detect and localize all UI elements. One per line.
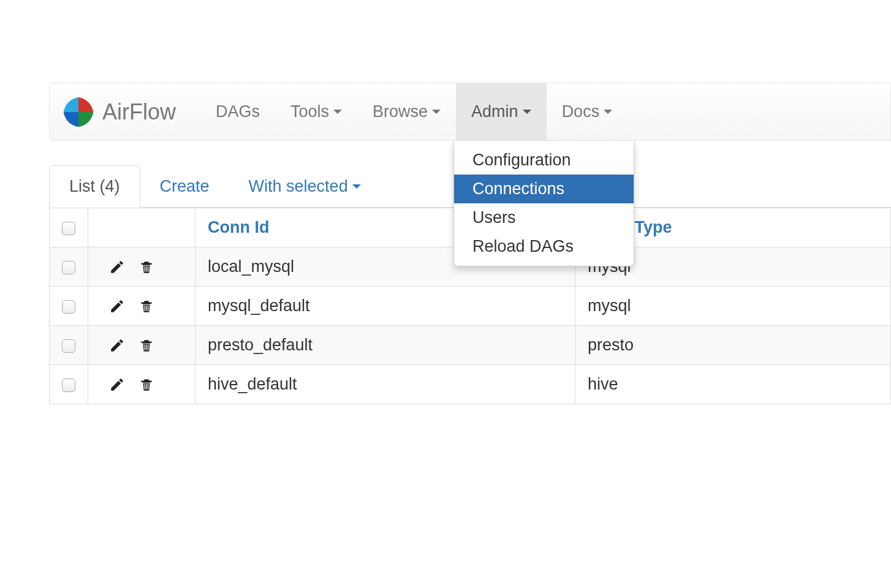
admin-menu-reload-dags[interactable]: Reload DAGs bbox=[454, 232, 634, 261]
brand-text: AirFlow bbox=[102, 99, 176, 125]
cell-conn-type: hive bbox=[575, 365, 891, 404]
row-checkbox[interactable] bbox=[62, 339, 75, 353]
edit-icon[interactable] bbox=[109, 259, 125, 275]
tab-list[interactable]: List (4) bbox=[49, 165, 140, 208]
nav-tools-label: Tools bbox=[290, 102, 329, 121]
cell-conn-type: mysql bbox=[575, 287, 891, 326]
row-checkbox[interactable] bbox=[62, 379, 75, 392]
airflow-logo-icon bbox=[61, 94, 96, 130]
navbar: AirFlow DAGs Tools Browse Admin Docs bbox=[49, 83, 891, 141]
caret-down-icon bbox=[523, 110, 531, 114]
nav-tools[interactable]: Tools bbox=[275, 83, 357, 140]
table-row: hive_defaulthive bbox=[50, 365, 891, 404]
nav-docs-label: Docs bbox=[562, 102, 600, 121]
admin-dropdown: Configuration Connections Users Reload D… bbox=[453, 141, 634, 266]
cell-conn-id: presto_default bbox=[195, 326, 575, 365]
nav-browse[interactable]: Browse bbox=[357, 83, 456, 140]
nav-admin-label: Admin bbox=[471, 102, 518, 121]
header-select-all bbox=[50, 208, 88, 247]
edit-icon[interactable] bbox=[109, 298, 125, 314]
caret-down-icon bbox=[333, 110, 342, 114]
delete-icon[interactable] bbox=[138, 337, 154, 353]
admin-menu-configuration[interactable]: Configuration bbox=[454, 146, 634, 175]
nav-browse-label: Browse bbox=[373, 102, 428, 121]
nav-docs[interactable]: Docs bbox=[547, 83, 628, 140]
caret-down-icon bbox=[432, 110, 441, 114]
nav-dags-label: DAGs bbox=[216, 102, 260, 121]
brand-link[interactable]: AirFlow bbox=[61, 94, 176, 130]
cell-conn-id: mysql_default bbox=[195, 287, 575, 326]
nav-dags[interactable]: DAGs bbox=[200, 83, 275, 140]
edit-icon[interactable] bbox=[109, 337, 125, 353]
tab-with-selected-label: With selected bbox=[249, 177, 348, 196]
cell-conn-type: presto bbox=[575, 326, 891, 365]
select-all-checkbox[interactable] bbox=[62, 222, 75, 235]
tab-with-selected[interactable]: With selected bbox=[229, 166, 381, 207]
delete-icon[interactable] bbox=[138, 259, 154, 275]
caret-down-icon bbox=[604, 110, 612, 114]
admin-menu-connections[interactable]: Connections bbox=[454, 175, 634, 203]
header-actions bbox=[88, 208, 195, 247]
edit-icon[interactable] bbox=[109, 377, 125, 393]
tab-create-label: Create bbox=[160, 177, 210, 196]
admin-menu-users[interactable]: Users bbox=[454, 203, 634, 232]
tab-list-label: List (4) bbox=[69, 177, 120, 196]
table-row: presto_defaultpresto bbox=[50, 326, 891, 365]
table-row: mysql_defaultmysql bbox=[50, 287, 891, 326]
row-checkbox[interactable] bbox=[62, 300, 75, 314]
delete-icon[interactable] bbox=[138, 377, 154, 393]
tab-create[interactable]: Create bbox=[140, 166, 229, 207]
caret-down-icon bbox=[352, 184, 361, 189]
nav-items: DAGs Tools Browse Admin Docs bbox=[200, 83, 627, 140]
nav-admin[interactable]: Admin bbox=[456, 83, 547, 140]
delete-icon[interactable] bbox=[138, 298, 154, 314]
cell-conn-id: hive_default bbox=[195, 365, 575, 404]
row-checkbox[interactable] bbox=[62, 261, 75, 274]
